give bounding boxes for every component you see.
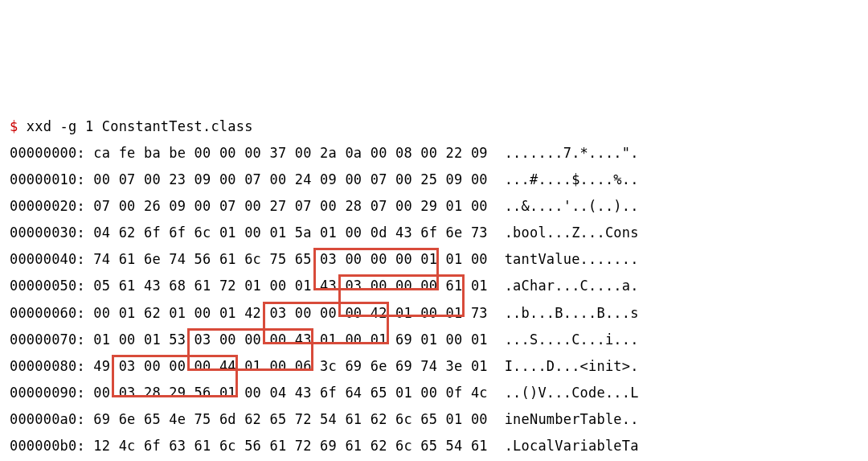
offset: 00000080: xyxy=(10,358,85,374)
ascii: .bool...Z...Cons xyxy=(488,224,639,241)
hex-row: 00000000: ca fe ba be 00 00 00 37 00 2a … xyxy=(10,140,858,167)
hex-bytes: 69 6e 65 4e 75 6d 62 65 72 54 61 62 6c 6… xyxy=(85,411,488,427)
offset: 00000060: xyxy=(10,305,85,321)
hex-bytes: 00 03 28 29 56 01 00 04 43 6f 64 65 01 0… xyxy=(85,385,488,401)
hex-row: 00000070: 01 00 01 53 03 00 00 00 43 01 … xyxy=(10,327,858,353)
hex-row: 00000030: 04 62 6f 6f 6c 01 00 01 5a 01 … xyxy=(10,220,858,246)
hex-bytes: 01 00 01 53 03 00 00 00 43 01 00 01 69 0… xyxy=(85,331,488,348)
offset: 00000090: xyxy=(10,385,85,401)
hex-bytes: 49 03 00 00 00 44 01 00 06 3c 69 6e 69 7… xyxy=(85,358,488,374)
hex-row: 00000080: 49 03 00 00 00 44 01 00 06 3c … xyxy=(10,353,858,380)
hex-bytes: 12 4c 6f 63 61 6c 56 61 72 69 61 62 6c 6… xyxy=(85,438,488,454)
ascii: .......7.*....". xyxy=(488,145,639,161)
prompt-symbol: $ xyxy=(10,118,18,134)
hex-row: 00000010: 00 07 00 23 09 00 07 00 24 09 … xyxy=(10,167,858,193)
ascii: ineNumberTable.. xyxy=(488,411,639,427)
offset: 00000020: xyxy=(10,198,85,214)
hex-bytes: 07 00 26 09 00 07 00 27 07 00 28 07 00 2… xyxy=(85,198,488,214)
ascii: ...#....$....%.. xyxy=(488,171,639,187)
command-text: xxd -g 1 ConstantTest.class xyxy=(18,118,252,134)
ascii: tantValue....... xyxy=(488,251,639,267)
hex-bytes: 74 61 6e 74 56 61 6c 75 65 03 00 00 00 0… xyxy=(85,251,488,267)
hex-row: 000000b0: 12 4c 6f 63 61 6c 56 61 72 69 … xyxy=(10,433,858,459)
hex-bytes: 00 07 00 23 09 00 07 00 24 09 00 07 00 2… xyxy=(85,171,488,187)
offset: 00000040: xyxy=(10,251,85,267)
hex-row: 00000020: 07 00 26 09 00 07 00 27 07 00 … xyxy=(10,193,858,220)
hex-bytes: 05 61 43 68 61 72 01 00 01 43 03 00 00 0… xyxy=(85,278,488,294)
hex-row: 00000060: 00 01 62 01 00 01 42 03 00 00 … xyxy=(10,300,858,327)
offset: 00000000: xyxy=(10,145,85,161)
offset: 00000050: xyxy=(10,278,85,294)
offset: 00000070: xyxy=(10,331,85,348)
ascii: ..()V...Code...L xyxy=(488,385,639,401)
offset: 00000010: xyxy=(10,171,85,187)
ascii: ...S....C...i... xyxy=(488,331,639,348)
hex-row: 00000050: 05 61 43 68 61 72 01 00 01 43 … xyxy=(10,273,858,299)
ascii: ..&....'..(..).. xyxy=(488,198,639,214)
command-line: $ xxd -g 1 ConstantTest.class xyxy=(10,113,858,140)
hex-bytes: ca fe ba be 00 00 00 37 00 2a 0a 00 08 0… xyxy=(85,145,488,161)
ascii: ..b...B....B...s xyxy=(488,305,639,321)
offset: 000000a0: xyxy=(10,411,85,427)
ascii: I....D...<init>. xyxy=(488,358,639,374)
hex-row: 00000090: 00 03 28 29 56 01 00 04 43 6f … xyxy=(10,380,858,406)
ascii: .LocalVariableTa xyxy=(488,438,639,454)
offset: 00000030: xyxy=(10,224,85,241)
hex-row: 00000040: 74 61 6e 74 56 61 6c 75 65 03 … xyxy=(10,246,858,273)
hex-bytes: 00 01 62 01 00 01 42 03 00 00 00 42 01 0… xyxy=(85,305,488,321)
offset: 000000b0: xyxy=(10,438,85,454)
ascii: .aChar...C....a. xyxy=(488,278,639,294)
hex-bytes: 04 62 6f 6f 6c 01 00 01 5a 01 00 0d 43 6… xyxy=(85,224,488,241)
hex-row: 000000a0: 69 6e 65 4e 75 6d 62 65 72 54 … xyxy=(10,406,858,433)
